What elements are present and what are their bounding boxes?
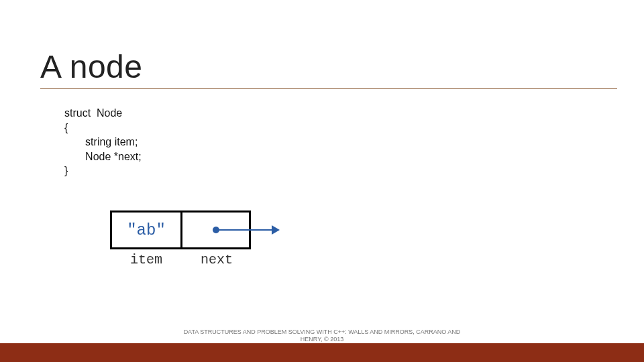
cell-labels: item next: [110, 252, 251, 267]
footer-line-2: HENRY, © 2013: [301, 336, 343, 343]
pointer-arrow-line-icon: [216, 229, 275, 231]
next-cell: [182, 210, 251, 249]
node-cells: "ab": [110, 210, 251, 249]
code-block: struct Node { string item; Node *next; }: [64, 106, 142, 178]
code-line-3: string item;: [64, 136, 138, 147]
pointer-arrow-head-icon: [272, 225, 280, 235]
code-line-5: }: [64, 165, 68, 176]
slide: A node struct Node { string item; Node *…: [0, 0, 644, 362]
code-line-2: {: [64, 122, 68, 133]
node-diagram: "ab" item next: [110, 210, 251, 267]
page-title: A node: [40, 48, 142, 85]
footer-band: [0, 343, 644, 362]
footer-citation: DATA STRUCTURES AND PROBLEM SOLVING WITH…: [0, 328, 644, 344]
footer-line-1: DATA STRUCTURES AND PROBLEM SOLVING WITH…: [184, 328, 461, 335]
item-label: item: [110, 252, 182, 267]
code-line-1: struct Node: [64, 107, 122, 119]
item-cell: "ab": [110, 210, 182, 249]
next-label: next: [182, 252, 251, 267]
title-underline: [40, 88, 617, 89]
code-line-4: Node *next;: [64, 151, 142, 162]
